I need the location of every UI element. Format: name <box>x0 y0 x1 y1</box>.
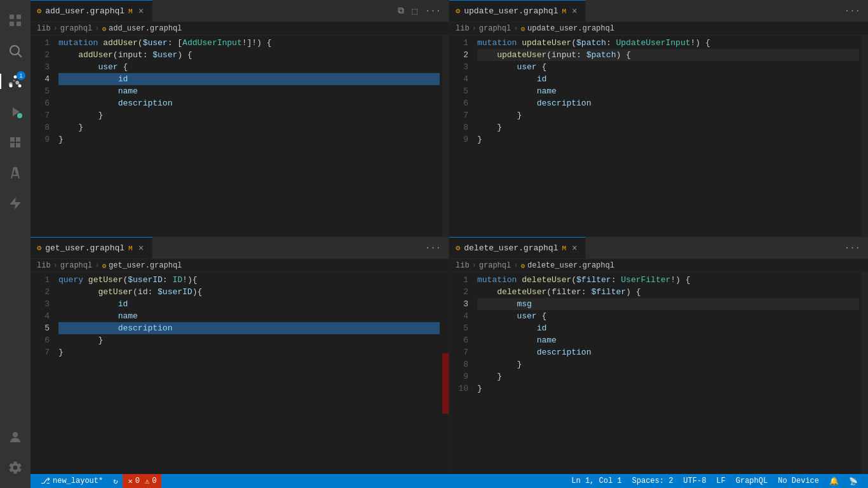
source-control-badge: 1 <box>17 71 25 80</box>
language-item[interactable]: GraphQL <box>731 474 773 488</box>
tab-actions-update-user: ··· <box>842 0 868 22</box>
sync-icon: ↻ <box>113 477 118 486</box>
svg-line-1 <box>18 54 22 58</box>
code-content-get-user: query getUser($userID: ID!){ getUser(id:… <box>56 273 440 474</box>
tab-bar-delete-user: ⚙ delete_user.graphql M × ··· <box>449 237 868 259</box>
tab-close-delete-user[interactable]: × <box>570 242 579 255</box>
source-control-icon[interactable]: 1 <box>0 66 31 97</box>
status-bar: ⎇ new_layout* ↻ ✕ 0 ⚠ 0 Ln 1, Col 1 Spac… <box>31 474 868 488</box>
git-branch-icon: ⎇ <box>41 476 50 486</box>
scrollbar-get-user[interactable] <box>440 273 449 474</box>
tab-filename-update-user: update_user.graphql <box>464 6 558 16</box>
broadcast-item[interactable]: 📡 <box>844 474 863 488</box>
error-icon: ✕ <box>128 477 132 486</box>
more-actions-get-icon[interactable]: ··· <box>423 241 444 254</box>
search-icon[interactable] <box>0 36 31 66</box>
breadcrumb-graphql-2[interactable]: graphql <box>479 24 511 33</box>
code-area-delete-user: 1 2 3 4 5 6 7 8 9 10 mutation deleteUser… <box>449 273 868 474</box>
git-branch-item[interactable]: ⎇ new_layout* <box>36 474 108 488</box>
breadcrumb-filename[interactable]: add_user.graphql <box>109 24 182 33</box>
position-item[interactable]: Ln 1, Col 1 <box>566 474 627 488</box>
scrollbar-update-user[interactable] <box>859 36 868 236</box>
line-ending-item[interactable]: LF <box>711 474 730 488</box>
scrollbar-add-user[interactable] <box>440 36 449 236</box>
warning-icon: ⚠ <box>145 477 149 486</box>
tab-add-user[interactable]: ⚙ add_user.graphql M × <box>31 0 153 22</box>
code-area-add-user: 1 2 3 4 5 6 7 8 9 mutation addUser($user… <box>31 36 449 236</box>
tab-file-icon-add-user: ⚙ <box>37 6 41 16</box>
code-area-get-user: 1 2 3 4 5 6 7 query getUser($userID: ID!… <box>31 273 449 474</box>
activity-bar: 1 <box>0 0 31 488</box>
breadcrumb-filename-4[interactable]: delete_user.graphql <box>527 261 614 270</box>
breadcrumb-graphql-3[interactable]: graphql <box>60 261 92 270</box>
breadcrumb-update-user: lib › graphql › ⚙ update_user.graphql <box>449 22 868 36</box>
breadcrumb-lib-3[interactable]: lib <box>37 261 51 270</box>
errors-item[interactable]: ✕ 0 ⚠ 0 <box>123 474 161 488</box>
account-icon[interactable] <box>0 422 31 452</box>
broadcast-icon: 📡 <box>849 477 858 485</box>
line-numbers-delete-user: 1 2 3 4 5 6 7 8 9 10 <box>449 273 475 474</box>
tab-bar-update-user: ⚙ update_user.graphql M × ··· <box>449 0 868 22</box>
tab-bar-get-user: ⚙ get_user.graphql M × ··· <box>31 237 449 259</box>
git-branch-label: new_layout* <box>53 477 103 485</box>
bell-item[interactable]: 🔔 <box>824 474 844 488</box>
line-numbers-get-user: 1 2 3 4 5 6 7 <box>31 273 56 474</box>
tab-delete-user[interactable]: ⚙ delete_user.graphql M × <box>449 237 586 259</box>
more-actions-delete-icon[interactable]: ··· <box>842 241 863 254</box>
extensions-icon[interactable] <box>0 127 31 158</box>
scrollbar-delete-user[interactable] <box>859 273 868 474</box>
svg-point-4 <box>18 85 22 88</box>
error-count: 0 <box>135 477 140 485</box>
tab-actions-delete-user: ··· <box>842 237 868 259</box>
breadcrumb-delete-user: lib › graphql › ⚙ delete_user.graphql <box>449 259 868 273</box>
line-ending-label: LF <box>716 477 725 485</box>
warning-count: 0 <box>152 477 156 485</box>
main-content: ⚙ add_user.graphql M × ⧉ ⬚ ··· lib › gra… <box>31 0 868 488</box>
tab-close-update-user[interactable]: × <box>570 5 579 18</box>
line-numbers-update-user: 1 2 3 4 5 6 7 8 9 <box>449 36 475 236</box>
spaces-item[interactable]: Spaces: 2 <box>627 474 679 488</box>
editor-pane-get-user: ⚙ get_user.graphql M × ··· lib › graphql… <box>31 237 449 474</box>
tab-file-icon-delete-user: ⚙ <box>456 243 460 253</box>
breadcrumb-lib-2[interactable]: lib <box>456 24 470 33</box>
tab-close-get-user[interactable]: × <box>137 242 146 255</box>
tab-actions-add-user: ⧉ ⬚ ··· <box>395 0 449 22</box>
tab-modified-update-user: M <box>562 8 566 15</box>
split-editor-icon[interactable]: ⧉ <box>395 4 407 17</box>
tab-get-user[interactable]: ⚙ get_user.graphql M × <box>31 237 153 259</box>
breadcrumb-lib-4[interactable]: lib <box>456 261 470 270</box>
position-label: Ln 1, Col 1 <box>571 477 621 485</box>
svg-point-5 <box>17 113 22 118</box>
tab-file-icon-update-user: ⚙ <box>456 6 460 16</box>
explorer-icon[interactable] <box>0 5 31 36</box>
sync-item[interactable]: ↻ <box>108 474 123 488</box>
tab-filename-add-user: add_user.graphql <box>45 6 125 16</box>
no-device-label: No Device <box>778 477 819 485</box>
tab-update-user[interactable]: ⚙ update_user.graphql M × <box>449 0 586 22</box>
tab-modified-delete-user: M <box>562 245 566 252</box>
tab-bar-add-user: ⚙ add_user.graphql M × ⧉ ⬚ ··· <box>31 0 449 22</box>
line-numbers-add-user: 1 2 3 4 5 6 7 8 9 <box>31 36 56 236</box>
spaces-label: Spaces: 2 <box>632 477 674 485</box>
breadcrumb-filename-3[interactable]: get_user.graphql <box>109 261 182 270</box>
run-icon[interactable] <box>0 97 31 127</box>
tab-filename-delete-user: delete_user.graphql <box>464 243 558 253</box>
thunder-icon[interactable] <box>0 188 31 219</box>
encoding-label: UTF-8 <box>683 477 706 485</box>
breadcrumb-graphql-4[interactable]: graphql <box>479 261 511 270</box>
breadcrumb-graphql[interactable]: graphql <box>60 24 92 33</box>
breadcrumb-add-user: lib › graphql › ⚙ add_user.graphql <box>31 22 449 36</box>
no-device-item[interactable]: No Device <box>773 474 824 488</box>
tab-close-add-user[interactable]: × <box>137 5 146 18</box>
code-content-update-user: mutation updateUser($patch: UpdateUserIn… <box>475 36 859 236</box>
encoding-item[interactable]: UTF-8 <box>678 474 711 488</box>
more-actions-icon[interactable]: ··· <box>423 4 444 17</box>
more-actions-update-icon[interactable]: ··· <box>842 4 863 17</box>
test-icon[interactable] <box>0 158 31 188</box>
editor-pane-update-user: ⚙ update_user.graphql M × ··· lib › grap… <box>449 0 868 237</box>
breadcrumb-lib[interactable]: lib <box>37 24 51 33</box>
breadcrumb-filename-2[interactable]: update_user.graphql <box>527 24 614 33</box>
code-content-delete-user: mutation deleteUser($filter: UserFilter!… <box>475 273 859 474</box>
layout-icon[interactable]: ⬚ <box>409 4 419 18</box>
settings-icon[interactable] <box>0 452 31 483</box>
